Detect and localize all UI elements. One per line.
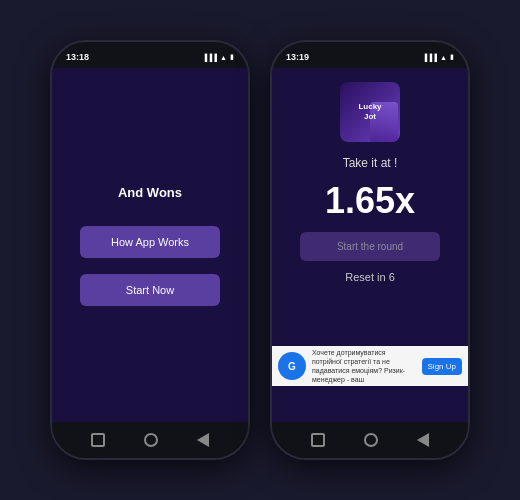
take-it-label: Take it at !: [343, 156, 398, 170]
back-icon[interactable]: [144, 433, 158, 447]
app-title: And Wons: [118, 185, 182, 200]
back-icon-right[interactable]: [364, 433, 378, 447]
phone-left: 13:18 ▐▐▐ ▲ ▮ And Wons How App Works Sta…: [50, 40, 250, 460]
phone-right: 13:19 ▐▐▐ ▲ ▮ Lucky Jot Take it at ! 1.6…: [270, 40, 470, 460]
bottom-bar-right: [272, 422, 468, 458]
home-icon[interactable]: [91, 433, 105, 447]
time-right: 13:19: [286, 52, 309, 62]
notch-left: [115, 42, 185, 60]
status-icons-right: ▐▐▐ ▲ ▮: [422, 53, 454, 61]
status-icons-left: ▐▐▐ ▲ ▮: [202, 53, 234, 61]
signal-icon: ▐▐▐: [202, 54, 217, 61]
ad-banner: G Хочете дотримуватися потрійної стратег…: [272, 346, 468, 386]
logo-text: Lucky Jot: [358, 102, 381, 121]
screen-left: And Wons How App Works Start Now: [52, 68, 248, 422]
battery-icon: ▮: [230, 53, 234, 61]
game-logo: Lucky Jot: [340, 82, 400, 142]
how-app-works-button[interactable]: How App Works: [80, 226, 220, 258]
home-icon-right[interactable]: [311, 433, 325, 447]
multiplier-display: 1.65x: [325, 180, 415, 222]
time-left: 13:18: [66, 52, 89, 62]
ad-text: Хочете дотримуватися потрійної стратегії…: [312, 348, 416, 384]
ad-icon: G: [278, 352, 306, 380]
recents-icon-right[interactable]: [417, 433, 429, 447]
screen-right: Lucky Jot Take it at ! 1.65x Start the r…: [272, 68, 468, 422]
wifi-icon-right: ▲: [440, 54, 447, 61]
bottom-bar-left: [52, 422, 248, 458]
battery-icon-right: ▮: [450, 53, 454, 61]
notch-right: [335, 42, 405, 60]
start-now-button[interactable]: Start Now: [80, 274, 220, 306]
start-round-button[interactable]: Start the round: [300, 232, 440, 261]
recents-icon[interactable]: [197, 433, 209, 447]
wifi-icon: ▲: [220, 54, 227, 61]
reset-label: Reset in 6: [345, 271, 395, 283]
ad-signup-button[interactable]: Sign Up: [422, 358, 462, 375]
signal-icon-right: ▐▐▐: [422, 54, 437, 61]
